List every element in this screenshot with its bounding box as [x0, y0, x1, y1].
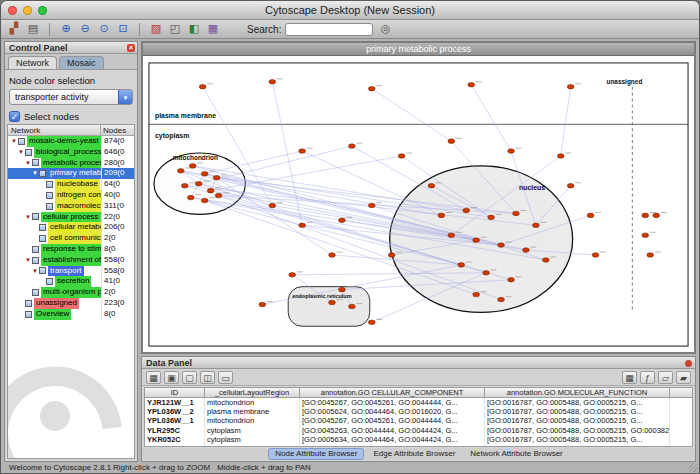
- network-node[interactable]: [329, 253, 336, 258]
- network-node[interactable]: [339, 218, 346, 223]
- network-node[interactable]: [259, 302, 266, 307]
- network-node[interactable]: [207, 188, 214, 193]
- zoom-selected-icon[interactable]: ⊙: [96, 21, 112, 37]
- network-node[interactable]: [299, 223, 306, 228]
- tree-row[interactable]: cellular metabo206(0: [8, 222, 134, 233]
- network-node[interactable]: [592, 253, 599, 258]
- resize-grip[interactable]: [689, 463, 698, 472]
- session-icon[interactable]: ▞: [6, 21, 22, 37]
- network-node[interactable]: [187, 195, 194, 200]
- expander-icon[interactable]: ▼: [31, 266, 39, 277]
- formula-builder-icon[interactable]: ƒ: [640, 371, 655, 384]
- tree-row[interactable]: nitrogen compo40(0: [8, 190, 134, 201]
- network-edge[interactable]: [272, 82, 302, 226]
- network-node[interactable]: [642, 233, 649, 238]
- column-header[interactable]: annotation.GO CELLULAR_COMPONENT: [300, 388, 485, 397]
- tab-network[interactable]: Network: [8, 56, 57, 69]
- tree-row[interactable]: multi-organism pro2(0: [8, 287, 134, 298]
- network-node[interactable]: [567, 84, 574, 89]
- tree-row[interactable]: ▼cellular process22(0: [8, 212, 134, 223]
- network-node[interactable]: [398, 154, 405, 159]
- network-node[interactable]: [289, 273, 296, 278]
- network-node[interactable]: [542, 258, 549, 263]
- network-node[interactable]: [567, 183, 574, 188]
- import-table-icon[interactable]: ▱: [658, 371, 673, 384]
- network-node[interactable]: [498, 297, 505, 302]
- network-node[interactable]: [428, 183, 435, 188]
- network-node[interactable]: [498, 243, 505, 248]
- network-node[interactable]: [269, 203, 276, 208]
- tree-row[interactable]: ▼transport558(0: [8, 266, 134, 277]
- network-node[interactable]: [488, 215, 495, 220]
- tree-row[interactable]: cell communicat2(0: [8, 233, 134, 244]
- network-node[interactable]: [368, 320, 375, 325]
- network-node[interactable]: [463, 208, 470, 213]
- network-node[interactable]: [647, 253, 654, 258]
- tree-row[interactable]: response to stimul8(0: [8, 244, 134, 255]
- grid-mode-icon[interactable]: ▦: [622, 371, 637, 384]
- tab-mosaic[interactable]: Mosaic: [59, 56, 104, 69]
- network-node[interactable]: [348, 144, 355, 149]
- zoom-in-icon[interactable]: ⊕: [58, 21, 74, 37]
- color-attribute-dropdown[interactable]: transporter activity: [9, 89, 133, 105]
- network-node[interactable]: [213, 175, 220, 180]
- network-node[interactable]: [532, 223, 539, 228]
- tab-edge-attribute-browser[interactable]: Edge Attribute Browser: [367, 449, 461, 459]
- tree-row[interactable]: ▼mosaic-demo-yeast874(0: [8, 136, 134, 147]
- network-node[interactable]: [642, 213, 649, 218]
- column-header[interactable]: ID: [145, 388, 205, 397]
- network-node[interactable]: [269, 79, 276, 84]
- tab-network-attribute-browser[interactable]: Network Attribute Browser: [464, 449, 568, 459]
- table-row[interactable]: YJR121W__1mitochondrion[GO:0045267, GO:0…: [145, 398, 692, 407]
- network-node[interactable]: [483, 271, 490, 276]
- network-node[interactable]: [448, 233, 455, 238]
- float-panel-icon[interactable]: [685, 360, 692, 367]
- network-node[interactable]: [348, 304, 355, 309]
- tab-node-attribute-browser[interactable]: Node Attribute Browser: [268, 448, 364, 460]
- tree-row[interactable]: ▼metabolic proces280(0: [8, 158, 134, 169]
- tree-column-nodes[interactable]: Nodes: [101, 125, 134, 135]
- network-node[interactable]: [181, 183, 188, 188]
- select-all-attributes-icon[interactable]: ◫: [200, 371, 215, 384]
- network-node[interactable]: [329, 300, 336, 305]
- network-node[interactable]: [438, 213, 445, 218]
- network-node[interactable]: [557, 154, 564, 159]
- search-input[interactable]: [285, 23, 373, 36]
- network-node[interactable]: [513, 211, 520, 216]
- network-node[interactable]: [189, 164, 196, 169]
- network-node[interactable]: [177, 169, 184, 174]
- network-node[interactable]: [339, 287, 346, 292]
- create-attribute-icon[interactable]: ▣: [164, 371, 179, 384]
- network-node[interactable]: [508, 277, 515, 282]
- tree-row[interactable]: ▼primary metab209(0: [8, 168, 134, 179]
- network-node[interactable]: [215, 193, 222, 198]
- network-frame-title[interactable]: primary metabolic process: [143, 43, 694, 56]
- network-node[interactable]: [473, 292, 480, 297]
- network-node[interactable]: [368, 86, 375, 91]
- tree-row[interactable]: secretion41(0: [8, 276, 134, 287]
- tree-row[interactable]: nucleobase64(0: [8, 179, 134, 190]
- network-node[interactable]: [468, 82, 475, 87]
- table-row[interactable]: YPL036W__2plasma membrane[GO:0005624, GO…: [145, 407, 692, 416]
- zoom-out-icon[interactable]: ⊖: [77, 21, 93, 37]
- print-icon[interactable]: ▤: [25, 21, 41, 37]
- tree-column-network[interactable]: Network: [8, 125, 101, 135]
- expander-icon[interactable]: ▼: [17, 147, 25, 158]
- network-node[interactable]: [587, 213, 594, 218]
- network-node[interactable]: [523, 248, 530, 253]
- tree-row[interactable]: Overview8(0: [8, 309, 134, 320]
- vizmapper-icon[interactable]: ◧: [186, 21, 202, 37]
- expander-icon[interactable]: ▼: [24, 212, 32, 223]
- network-node[interactable]: [508, 149, 515, 154]
- network-edge[interactable]: [471, 85, 511, 151]
- network-edge[interactable]: [372, 89, 452, 141]
- tree-row[interactable]: ▼establishment of l558(0: [8, 255, 134, 266]
- expander-icon[interactable]: ▼: [10, 136, 18, 147]
- network-node[interactable]: [458, 263, 465, 268]
- expander-icon[interactable]: ▼: [24, 158, 32, 169]
- table-row[interactable]: YDR039C__1mitochondrion[GO:0045267, GO:0…: [145, 444, 692, 447]
- tree-row[interactable]: ▼biological_process646(0: [8, 147, 134, 158]
- expander-icon[interactable]: ▼: [24, 255, 32, 266]
- overview-icon[interactable]: ◰: [167, 21, 183, 37]
- select-nodes-checkbox[interactable]: [9, 111, 20, 122]
